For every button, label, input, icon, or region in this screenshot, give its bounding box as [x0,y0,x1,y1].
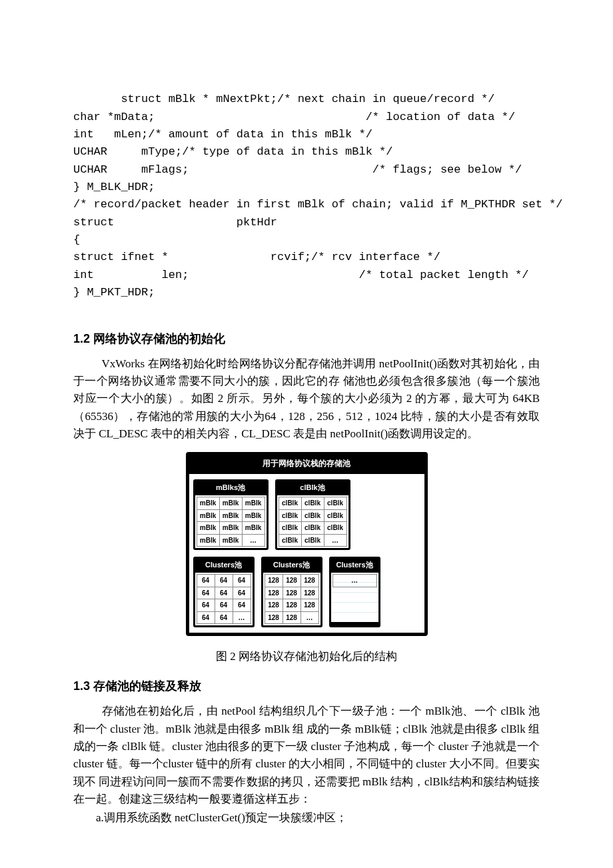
code-line: int len; /* total packet length */ [73,269,529,281]
cell: clBlk [279,497,301,510]
pool-clusters-64: Clusters池 646464 646464 646464 6464… [193,557,255,627]
cell: clBlk [301,522,324,535]
pool-c64-body: 646464 646464 646464 6464… [195,573,253,625]
cell: 128 [301,587,318,599]
code-line: UCHAR mType;/* type of data in this mBlk… [73,145,392,158]
cell: 64 [215,587,233,599]
cell-blank [332,597,376,607]
cell: 128 [265,599,283,612]
pool-cmore-table: … [332,574,377,617]
cell: mBlk [242,497,265,510]
code-line: struct mBlk * mNextPkt;/* next chain in … [101,93,495,105]
code-line: UCHAR mFlags; /* flags; see below */ [73,163,522,176]
cell: 64 [197,599,215,612]
cell: clBlk [324,522,346,535]
document-page: struct mBlk * mNextPkt;/* next chain in … [0,0,613,868]
pool-c128-title: Clusters池 [263,559,320,573]
pool-clblk-title: clBlk池 [277,481,348,495]
cell-blank [332,587,376,597]
cell: mBlk [197,509,219,522]
cell: mBlk [219,522,242,535]
cell: 64 [215,575,233,587]
figure-2-box: 用于网络协议栈的存储池 mBlks池 mBlkmBlkmBlk mBlkmBlk… [186,452,428,636]
code-line: /* record/packet header in first mBlk of… [73,198,563,211]
cell: clBlk [279,509,301,522]
code-line: struct pktHdr [73,216,277,229]
pool-c64-title: Clusters池 [195,559,253,573]
cell: … [324,534,346,547]
paragraph-1-2: VxWorks 在网络初始化时给网络协议分配存储池并调用 netPoolInit… [73,355,540,443]
cell: 128 [265,587,283,599]
cell: 64 [233,587,251,599]
cell: 128 [301,575,318,587]
cell: 128 [283,575,301,587]
cell: … [242,534,265,547]
pool-mblks-body: mBlkmBlkmBlk mBlkmBlkmBlk mBlkmBlkmBlk m… [195,495,267,548]
cell: 64 [215,611,233,624]
cell: … [301,611,318,624]
pool-c128-body: 128128128 128128128 128128128 128128… [263,573,320,625]
cell: clBlk [324,497,346,510]
cell: clBlk [301,497,324,510]
cell: clBlk [279,534,301,547]
cell: mBlk [197,522,219,535]
cell: clBlk [324,509,346,522]
cell: 64 [233,575,251,587]
cell: clBlk [279,522,301,535]
pool-mblks-table: mBlkmBlkmBlk mBlkmBlkmBlk mBlkmBlkmBlk m… [197,497,265,547]
cell: 128 [301,599,318,612]
cell: clBlk [301,534,324,547]
figure-2-row1: mBlks池 mBlkmBlkmBlk mBlkmBlkmBlk mBlkmBl… [193,479,420,550]
code-block: struct mBlk * mNextPkt;/* next chain in … [73,73,540,319]
cell: … [332,575,376,587]
cell: clBlk [301,509,324,522]
heading-1-2: 1.2 网络协议存储池的初始化 [73,330,540,349]
code-line: } M_PKT_HDR; [73,286,155,299]
pool-mblks-title: mBlks池 [195,481,267,495]
pool-clblk-body: clBlkclBlkclBlk clBlkclBlkclBlk clBlkclB… [277,495,348,548]
cell: 64 [197,587,215,599]
cell: mBlk [242,522,265,535]
cell: 64 [197,575,215,587]
figure-2-inner: mBlks池 mBlkmBlkmBlk mBlkmBlkmBlk mBlkmBl… [189,474,424,633]
cell: 64 [233,599,251,612]
figure-2: 用于网络协议栈的存储池 mBlks池 mBlkmBlkmBlk mBlkmBlk… [186,452,428,636]
heading-1-3: 1.3 存储池的链接及释放 [73,677,540,696]
cell: 128 [265,611,283,624]
pool-clblk: clBlk池 clBlkclBlkclBlk clBlkclBlkclBlk c… [275,479,350,550]
cell-blank [332,607,376,617]
cell: 128 [283,599,301,612]
paragraph-1-3: 存储池在初始化后，由 netPool 结构组织几个下一级子池：一个 mBlk池、… [73,703,540,808]
cell: mBlk [197,534,219,547]
cell: 64 [197,611,215,624]
cell: 64 [215,599,233,612]
cell: 128 [265,575,283,587]
figure-2-caption: 图 2 网络协议存储池初始化后的结构 [73,648,540,665]
code-line: } M_BLK_HDR; [73,181,155,193]
cell: … [233,611,251,624]
cell: 128 [283,611,301,624]
cell: mBlk [219,534,242,547]
pool-c128-table: 128128128 128128128 128128128 128128… [265,574,319,624]
code-line: char *mData; /* location of data */ [73,111,515,123]
cell: mBlk [219,497,242,510]
code-line: int mLen;/* amount of data in this mBlk … [73,128,372,141]
pool-clusters-more: Clusters池 … [329,557,380,627]
code-line: { [73,233,80,246]
code-line: struct ifnet * rcvif;/* rcv interface */ [73,251,440,263]
figure-2-row2: Clusters池 646464 646464 646464 6464… Clu… [193,557,420,627]
cell: mBlk [197,497,219,510]
pool-clblk-table: clBlkclBlkclBlk clBlkclBlkclBlk clBlkclB… [279,497,347,547]
pool-clusters-128: Clusters池 128128128 128128128 128128128 … [261,557,322,627]
pool-cmore-title: Clusters池 [331,559,378,573]
cell: mBlk [242,509,265,522]
pool-cmore-body: … [331,573,378,622]
cell: mBlk [219,509,242,522]
figure-2-title: 用于网络协议栈的存储池 [189,455,424,474]
pool-mblks: mBlks池 mBlkmBlkmBlk mBlkmBlkmBlk mBlkmBl… [193,479,269,550]
pool-c64-table: 646464 646464 646464 6464… [197,574,251,624]
cell: 128 [283,587,301,599]
paragraph-1-3-a: a.调用系统函数 netClusterGet()预定一块簇缓冲区； [73,809,540,827]
